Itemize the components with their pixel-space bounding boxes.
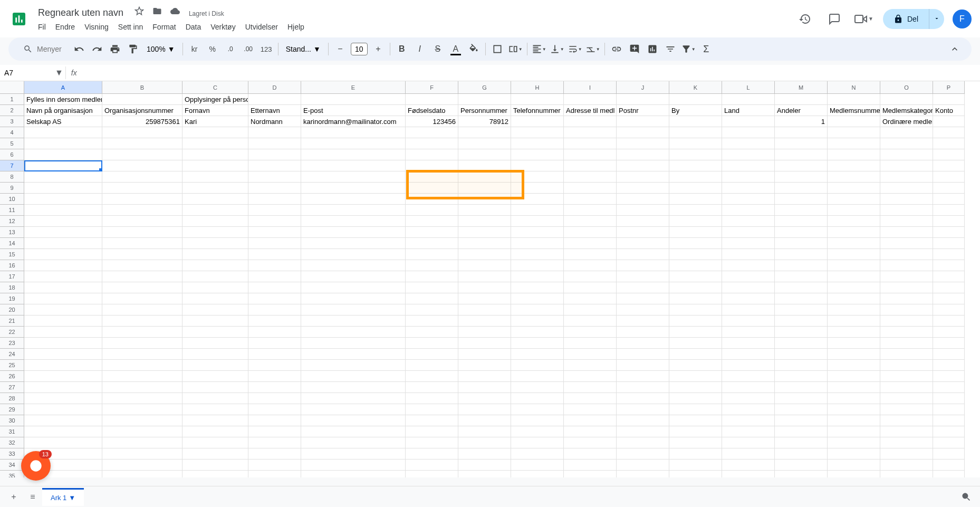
row-header-27[interactable]: 27 <box>0 382 24 393</box>
cell-O20[interactable] <box>880 304 933 315</box>
cell-A25[interactable] <box>24 360 102 371</box>
cell-G7[interactable] <box>458 160 511 171</box>
cell-E21[interactable] <box>301 315 406 327</box>
cell-B20[interactable] <box>102 304 182 315</box>
row-header-9[interactable]: 9 <box>0 183 24 194</box>
cell-M10[interactable] <box>775 194 828 205</box>
cell-M32[interactable] <box>775 437 828 448</box>
row-header-31[interactable]: 31 <box>0 426 24 437</box>
cell-I11[interactable] <box>564 205 617 216</box>
cell-B31[interactable] <box>102 426 182 437</box>
cell-N19[interactable] <box>828 293 880 304</box>
cell-E31[interactable] <box>301 426 406 437</box>
cell-L5[interactable] <box>722 138 775 149</box>
cell-H13[interactable] <box>511 227 564 238</box>
cell-G33[interactable] <box>458 448 511 460</box>
cell-I7[interactable] <box>564 160 617 171</box>
cell-J2[interactable]: Postnr <box>617 105 669 116</box>
cell-G29[interactable] <box>458 404 511 415</box>
cell-P15[interactable] <box>933 249 965 260</box>
cell-E11[interactable] <box>301 205 406 216</box>
cell-C19[interactable] <box>182 293 248 304</box>
row-header-3[interactable]: 3 <box>0 116 24 127</box>
cell-E12[interactable] <box>301 216 406 227</box>
cell-J16[interactable] <box>617 260 669 271</box>
cell-H17[interactable] <box>511 271 564 282</box>
cell-I34[interactable] <box>564 460 617 471</box>
cell-G16[interactable] <box>458 260 511 271</box>
col-header-K[interactable]: K <box>669 81 722 94</box>
cell-F29[interactable] <box>406 404 458 415</box>
cell-A12[interactable] <box>24 216 102 227</box>
cell-F13[interactable] <box>406 227 458 238</box>
cell-E4[interactable] <box>301 127 406 138</box>
cell-H5[interactable] <box>511 138 564 149</box>
cell-C3[interactable]: Kari <box>182 116 248 127</box>
cell-P19[interactable] <box>933 293 965 304</box>
cell-B17[interactable] <box>102 271 182 282</box>
extension-badge[interactable]: 13 <box>21 451 51 481</box>
cell-P24[interactable] <box>933 349 965 360</box>
col-header-G[interactable]: G <box>458 81 511 94</box>
cell-C33[interactable] <box>182 448 248 460</box>
sheet-tab-dropdown[interactable]: ▼ <box>69 494 75 502</box>
currency-button[interactable]: kr <box>186 41 203 58</box>
cell-I26[interactable] <box>564 371 617 382</box>
menu-fil[interactable]: Fil <box>34 21 50 33</box>
cell-E35[interactable] <box>301 471 406 477</box>
cell-I19[interactable] <box>564 293 617 304</box>
cell-G34[interactable] <box>458 460 511 471</box>
cell-A6[interactable] <box>24 149 102 160</box>
cell-N18[interactable] <box>828 282 880 293</box>
cell-M16[interactable] <box>775 260 828 271</box>
cell-A3[interactable]: Selskap AS <box>24 116 102 127</box>
cell-L32[interactable] <box>722 437 775 448</box>
cell-H8[interactable] <box>511 171 564 183</box>
cell-N12[interactable] <box>828 216 880 227</box>
cell-P25[interactable] <box>933 360 965 371</box>
cell-F30[interactable] <box>406 415 458 426</box>
cell-F26[interactable] <box>406 371 458 382</box>
cell-E20[interactable] <box>301 304 406 315</box>
cell-B2[interactable]: Organisasjonsnummer <box>102 105 182 116</box>
col-header-L[interactable]: L <box>722 81 775 94</box>
cell-H14[interactable] <box>511 238 564 249</box>
cell-B18[interactable] <box>102 282 182 293</box>
cell-D22[interactable] <box>248 327 301 338</box>
cell-O18[interactable] <box>880 282 933 293</box>
row-header-22[interactable]: 22 <box>0 327 24 338</box>
cell-H30[interactable] <box>511 415 564 426</box>
cell-B28[interactable] <box>102 393 182 404</box>
cell-I10[interactable] <box>564 194 617 205</box>
cell-G9[interactable] <box>458 183 511 194</box>
cell-J11[interactable] <box>617 205 669 216</box>
cell-L4[interactable] <box>722 127 775 138</box>
cell-P9[interactable] <box>933 183 965 194</box>
cell-P33[interactable] <box>933 448 965 460</box>
cell-J15[interactable] <box>617 249 669 260</box>
cell-F22[interactable] <box>406 327 458 338</box>
cell-H16[interactable] <box>511 260 564 271</box>
cell-M9[interactable] <box>775 183 828 194</box>
cell-E29[interactable] <box>301 404 406 415</box>
cell-D25[interactable] <box>248 360 301 371</box>
cell-I31[interactable] <box>564 426 617 437</box>
v-align-button[interactable]: ▼ <box>549 41 565 58</box>
cell-L13[interactable] <box>722 227 775 238</box>
cell-J10[interactable] <box>617 194 669 205</box>
cell-M24[interactable] <box>775 349 828 360</box>
cell-L17[interactable] <box>722 271 775 282</box>
cell-B19[interactable] <box>102 293 182 304</box>
cell-L19[interactable] <box>722 293 775 304</box>
cell-H25[interactable] <box>511 360 564 371</box>
cell-F24[interactable] <box>406 349 458 360</box>
cell-N17[interactable] <box>828 271 880 282</box>
cell-D32[interactable] <box>248 437 301 448</box>
cell-D35[interactable] <box>248 471 301 477</box>
cell-G24[interactable] <box>458 349 511 360</box>
row-header-10[interactable]: 10 <box>0 194 24 205</box>
cell-H15[interactable] <box>511 249 564 260</box>
text-color-button[interactable]: A <box>447 41 464 58</box>
cell-D20[interactable] <box>248 304 301 315</box>
cell-F15[interactable] <box>406 249 458 260</box>
